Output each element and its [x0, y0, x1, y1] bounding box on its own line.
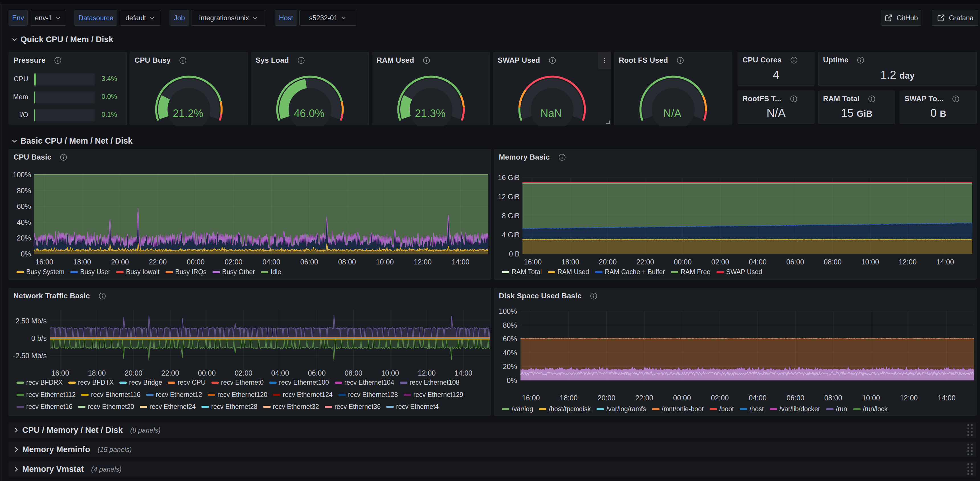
svg-text:06:00: 06:00 — [308, 369, 326, 377]
svg-text:04:00: 04:00 — [262, 258, 280, 266]
svg-text:02:00: 02:00 — [224, 258, 242, 266]
svg-text:12:00: 12:00 — [899, 258, 917, 266]
svg-text:16:00: 16:00 — [35, 258, 53, 266]
svg-text:16:00: 16:00 — [522, 394, 540, 402]
svg-text:40%: 40% — [503, 349, 517, 357]
svg-text:21.2%: 21.2% — [173, 107, 204, 119]
svg-text:06:00: 06:00 — [786, 258, 804, 266]
svg-text:0 B: 0 B — [509, 250, 520, 258]
svg-text:10:00: 10:00 — [861, 258, 879, 266]
svg-text:20:00: 20:00 — [598, 394, 616, 402]
svg-text:14:00: 14:00 — [452, 258, 469, 266]
svg-text:10:00: 10:00 — [376, 258, 394, 266]
svg-text:08:00: 08:00 — [344, 369, 363, 377]
svg-text:00:00: 00:00 — [674, 258, 692, 266]
svg-text:20%: 20% — [17, 234, 31, 242]
svg-text:00:00: 00:00 — [198, 369, 216, 377]
svg-text:04:00: 04:00 — [749, 258, 767, 266]
svg-text:2.50 Mb/s: 2.50 Mb/s — [15, 317, 47, 325]
svg-text:16:00: 16:00 — [524, 258, 542, 266]
svg-text:14:00: 14:00 — [454, 369, 473, 377]
svg-text:40%: 40% — [17, 218, 31, 226]
svg-text:04:00: 04:00 — [271, 369, 289, 377]
svg-text:0 b/s: 0 b/s — [31, 334, 47, 342]
svg-text:18:00: 18:00 — [562, 258, 579, 266]
svg-text:10:00: 10:00 — [862, 394, 880, 402]
svg-text:08:00: 08:00 — [824, 258, 842, 266]
svg-text:02:00: 02:00 — [711, 394, 729, 402]
svg-text:46.0%: 46.0% — [294, 107, 325, 119]
svg-text:00:00: 00:00 — [187, 258, 205, 266]
svg-text:20:00: 20:00 — [599, 258, 617, 266]
svg-text:-2.50 Mb/s: -2.50 Mb/s — [13, 352, 47, 360]
svg-text:60%: 60% — [17, 202, 31, 210]
svg-text:NaN: NaN — [541, 107, 562, 119]
svg-text:04:00: 04:00 — [749, 394, 767, 402]
svg-text:20%: 20% — [503, 362, 517, 370]
svg-text:08:00: 08:00 — [338, 258, 356, 266]
svg-text:14:00: 14:00 — [936, 258, 954, 266]
svg-text:22:00: 22:00 — [635, 394, 653, 402]
svg-text:0%: 0% — [21, 250, 31, 258]
svg-text:80%: 80% — [503, 321, 517, 329]
svg-text:80%: 80% — [17, 186, 31, 194]
svg-text:00:00: 00:00 — [673, 394, 691, 402]
svg-text:100%: 100% — [499, 307, 517, 315]
svg-text:20:00: 20:00 — [111, 258, 129, 266]
svg-text:02:00: 02:00 — [711, 258, 729, 266]
svg-text:12 GiB: 12 GiB — [498, 193, 520, 201]
svg-text:20:00: 20:00 — [124, 369, 142, 377]
svg-text:08:00: 08:00 — [824, 394, 842, 402]
svg-text:22:00: 22:00 — [161, 369, 179, 377]
svg-text:100%: 100% — [13, 171, 31, 179]
svg-text:60%: 60% — [503, 335, 517, 343]
svg-text:12:00: 12:00 — [900, 394, 918, 402]
svg-text:06:00: 06:00 — [787, 394, 805, 402]
svg-text:0%: 0% — [507, 376, 517, 384]
svg-text:16:00: 16:00 — [51, 369, 69, 377]
svg-text:14:00: 14:00 — [938, 394, 956, 402]
svg-text:22:00: 22:00 — [636, 258, 654, 266]
svg-text:12:00: 12:00 — [418, 369, 436, 377]
svg-text:21.3%: 21.3% — [415, 107, 445, 119]
svg-text:18:00: 18:00 — [560, 394, 578, 402]
svg-text:N/A: N/A — [663, 107, 681, 119]
svg-text:06:00: 06:00 — [300, 258, 318, 266]
svg-text:10:00: 10:00 — [381, 369, 399, 377]
svg-text:4 GiB: 4 GiB — [502, 231, 520, 239]
svg-text:22:00: 22:00 — [149, 258, 167, 266]
svg-text:02:00: 02:00 — [234, 369, 252, 377]
svg-text:18:00: 18:00 — [73, 258, 91, 266]
svg-text:18:00: 18:00 — [88, 369, 106, 377]
svg-text:8 GiB: 8 GiB — [502, 212, 520, 220]
svg-text:12:00: 12:00 — [414, 258, 432, 266]
svg-text:16 GiB: 16 GiB — [498, 174, 520, 182]
